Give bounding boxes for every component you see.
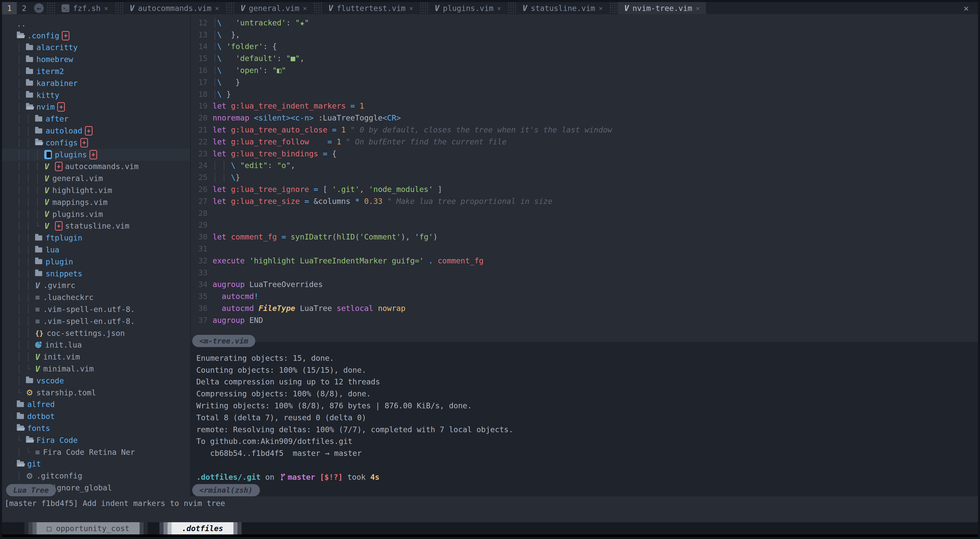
tab-label: plugins.vim <box>443 4 493 13</box>
tree-item[interactable]: │ │ Vinit.vim <box>2 351 190 363</box>
tab-nvim-tree.vim[interactable]: Vnvim-tree.vim× <box>618 2 706 14</box>
tree-item[interactable]: │ └ Vminimal.vim <box>2 363 190 375</box>
line-number: 22 <box>191 137 213 146</box>
tree-item-label: kitty <box>37 91 59 100</box>
tree-indent-guide: │ │ │ <box>17 186 44 195</box>
folder-icon <box>17 402 24 407</box>
tree-item[interactable]: │ iterm2 <box>2 65 190 77</box>
tab-close-icon[interactable]: × <box>104 4 108 12</box>
tab-close-icon[interactable]: × <box>598 4 603 12</box>
tab-statusline.vim[interactable]: Vstatusline.vim× <box>517 2 609 14</box>
tree-item[interactable]: alfred <box>2 399 190 410</box>
tree-indent-guide: │ <box>17 43 26 52</box>
tree-indent-guide: │ │ <box>17 257 35 266</box>
tree-item-label: .config <box>27 31 59 40</box>
tree-item[interactable]: └ ⚙starship.toml <box>2 387 190 399</box>
command-message-line: [master f1bd4f5] Add indent markers to n… <box>2 496 978 510</box>
line-number: 27 <box>191 197 213 206</box>
tab-close-icon[interactable]: × <box>696 4 700 12</box>
tmux-window-number-1[interactable]: 1 <box>2 2 17 14</box>
code-line: 20nnoremap <silent><c-n> :LuaTreeToggle<… <box>191 112 978 124</box>
tree-item-label: dotbot <box>27 412 55 421</box>
tree-indent-guide: │ │ <box>17 234 35 242</box>
tree-item[interactable]: │ │ plugin <box>2 256 190 268</box>
close-all-icon[interactable]: ✕ <box>955 2 978 14</box>
tmux-window-name: opportunity_cost <box>56 524 129 533</box>
tab-plugins.vim[interactable]: Vplugins.vim× <box>428 2 507 14</box>
tree-item-label: autocommands.vim <box>65 162 138 171</box>
tree-item[interactable]: │ karabiner <box>2 77 190 89</box>
history-back-icon[interactable]: ← <box>34 3 44 13</box>
tmux-window-number-2[interactable]: 2 <box>17 2 32 14</box>
vim-file-icon: V <box>35 281 40 290</box>
tree-indent-guide: │ │ <box>17 126 35 135</box>
terminal-line: .dotfiles/.git on master [$!?] took 4s <box>196 471 978 483</box>
tab-close-icon[interactable]: × <box>409 4 413 12</box>
tree-item[interactable]: │ nvim+ <box>2 101 190 113</box>
tree-indent-guide: │ └ <box>17 364 35 373</box>
code-line: 32execute 'highlight LuaTreeIndentMarker… <box>191 255 978 267</box>
tree-item[interactable]: │ │ │ V+autocommands.vim <box>2 161 190 173</box>
tree-item[interactable]: │ │ configs+ <box>2 137 190 149</box>
line-number: 31 <box>191 244 213 253</box>
tab-close-icon[interactable]: × <box>303 4 307 12</box>
tab-fluttertest.vim[interactable]: Vfluttertest.vim× <box>322 2 419 14</box>
tree-item[interactable]: │ │ snippets <box>2 268 190 280</box>
tree-item[interactable]: .. <box>2 18 190 30</box>
tree-item[interactable]: │ ⚙.gitconfig <box>2 470 190 482</box>
tree-item[interactable]: │ │ after <box>2 113 190 125</box>
line-number: 16 <box>191 66 213 75</box>
tree-item-label: starship.toml <box>37 388 96 397</box>
vim-file-icon: V <box>44 162 49 171</box>
tree-item[interactable]: fonts <box>2 422 190 434</box>
tree-item[interactable]: │ │ ≡.vim-spell-en.utf-8. <box>2 303 190 315</box>
tree-item[interactable]: │ │ │ Vhighlight.vim <box>2 184 190 196</box>
tree-item[interactable]: .config+ <box>2 30 190 42</box>
tree-item[interactable]: git <box>2 458 190 470</box>
tree-item[interactable]: │ homebrew <box>2 53 190 65</box>
tree-item[interactable]: │ kitty <box>2 89 190 101</box>
tab-general.vim[interactable]: Vgeneral.vim× <box>234 2 313 14</box>
terminal-pane[interactable]: <m-tree.vim Enumerating objects: 15, don… <box>191 342 978 496</box>
tree-item[interactable]: │ │ ≡.vim-spell-en.utf-8. <box>2 315 190 327</box>
tree-item[interactable]: │ │ init.lua <box>2 339 190 351</box>
terminal-line: Writing objects: 100% (8/8), 876 bytes |… <box>196 400 978 412</box>
tree-item[interactable]: │ │ V.gvimrc <box>2 280 190 292</box>
folder-open-icon <box>17 426 24 431</box>
git-new-badge-icon: + <box>57 102 65 111</box>
tree-indent-guide: │ <box>17 376 26 385</box>
folder-icon <box>26 45 33 50</box>
tree-item[interactable]: │ │ autoload+ <box>2 125 190 137</box>
tree-item[interactable]: │ alacritty <box>2 42 190 54</box>
tmux-window-.dotfiles[interactable]: .dotfiles <box>159 522 242 534</box>
tree-item[interactable]: │ │ ftplugin <box>2 232 190 244</box>
tab-close-icon[interactable]: × <box>497 4 501 12</box>
tab-separator-dots <box>420 2 428 14</box>
tree-indent-guide: │ │ <box>17 329 35 338</box>
tab-fzf.sh[interactable]: >_fzf.sh× <box>56 2 115 14</box>
tree-item[interactable]: │ │ │ Vgeneral.vim <box>2 172 190 184</box>
tree-item[interactable]: │ │ lua <box>2 244 190 256</box>
tree-item[interactable]: │ │ │ Vplugins.vim <box>2 208 190 220</box>
tree-item[interactable]: │ vscode <box>2 375 190 387</box>
vim-file-icon: V <box>44 186 49 195</box>
tree-item[interactable]: │ └ ≡Fira Code Retina Ner <box>2 446 190 458</box>
tmux-window-opportunity_cost[interactable]: □ opportunity_cost <box>24 522 148 534</box>
tab-autocommands.vim[interactable]: Vautocommands.vim× <box>124 2 225 14</box>
code-line: 27let g:lua_tree_size = &columns * 0.33 … <box>191 195 978 207</box>
spacer <box>2 510 978 522</box>
editor-buffer[interactable]: 12│\ 'untracked': "★"13│\ },14│\ 'folder… <box>191 14 978 342</box>
tree-item[interactable]: │ │ │ Vmappings.vim <box>2 196 190 208</box>
tree-indent-guide: └ <box>17 436 26 445</box>
code-line: 33 <box>191 267 978 279</box>
tree-item[interactable]: │ │ │ plugins+ <box>2 149 190 161</box>
terminal-line: Enumerating objects: 15, done. <box>196 352 978 364</box>
vim-icon: V <box>523 3 527 13</box>
tree-item[interactable]: │ │ {}coc-settings.json <box>2 327 190 339</box>
tree-item[interactable]: dotbot <box>2 410 190 422</box>
tree-item[interactable]: │ │ ≡.luacheckrc <box>2 291 190 303</box>
tree-item[interactable]: │ │ └ V+statusline.vim <box>2 220 190 232</box>
code-line: 13│\ }, <box>191 29 978 41</box>
tab-close-icon[interactable]: × <box>215 4 219 12</box>
tree-item[interactable]: └ Fira Code <box>2 434 190 446</box>
